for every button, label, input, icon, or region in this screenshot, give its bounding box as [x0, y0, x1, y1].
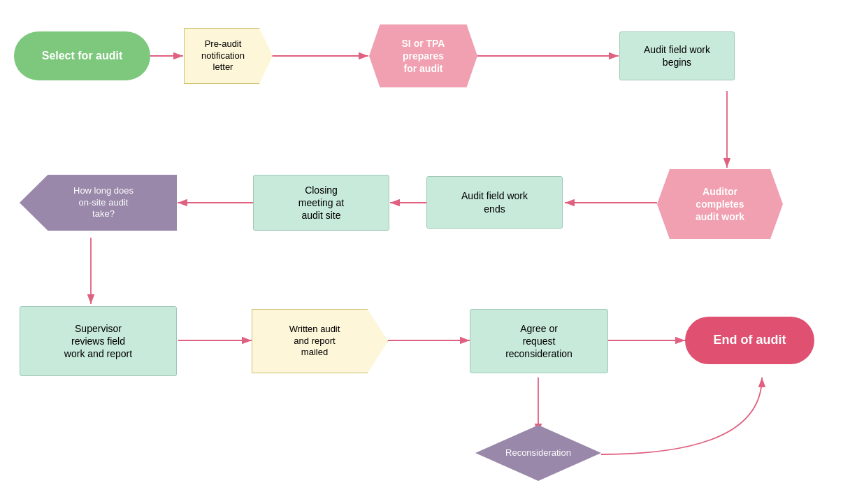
auditor-completes-node: Auditor completes audit work	[657, 169, 783, 239]
supervisor-node: Supervisor reviews field work and report	[20, 306, 177, 376]
pre-audit-node: Pre-audit notification letter	[184, 28, 273, 84]
audit-field-begins-node: Audit field work begins	[619, 31, 735, 80]
reconsideration-label: Reconsideration	[505, 447, 571, 459]
end-audit-node: End of audit	[685, 317, 814, 364]
written-audit-node: Written audit and report mailed	[252, 309, 388, 373]
reconsideration-node: Reconsideration	[475, 425, 601, 481]
pre-audit-label: Pre-audit notification letter	[201, 38, 255, 74]
written-audit-label: Written audit and report mailed	[289, 324, 351, 359]
select-for-audit-node: Select for audit	[14, 31, 150, 80]
audit-field-begins-label: Audit field work begins	[644, 43, 710, 69]
agree-label: Agree or request reconsideration	[505, 322, 572, 361]
supervisor-label: Supervisor reviews field work and report	[64, 322, 132, 361]
closing-meeting-label: Closing meeting at audit site	[298, 184, 344, 222]
flowchart: Select for audit Pre-audit notification …	[0, 0, 850, 504]
audit-field-ends-label: Audit field work ends	[461, 189, 528, 215]
audit-field-ends-node: Audit field work ends	[426, 176, 563, 229]
auditor-completes-label: Auditor completes audit work	[680, 185, 760, 224]
si-tpa-label: SI or TPA prepares for audit	[388, 37, 459, 75]
how-long-label: How long does on-site audit take?	[63, 185, 134, 221]
how-long-node: How long does on-site audit take?	[20, 175, 177, 231]
end-audit-label: End of audit	[714, 332, 786, 348]
agree-node: Agree or request reconsideration	[470, 309, 608, 373]
si-tpa-node: SI or TPA prepares for audit	[369, 24, 477, 87]
closing-meeting-node: Closing meeting at audit site	[253, 175, 389, 231]
select-for-audit-label: Select for audit	[42, 49, 123, 64]
